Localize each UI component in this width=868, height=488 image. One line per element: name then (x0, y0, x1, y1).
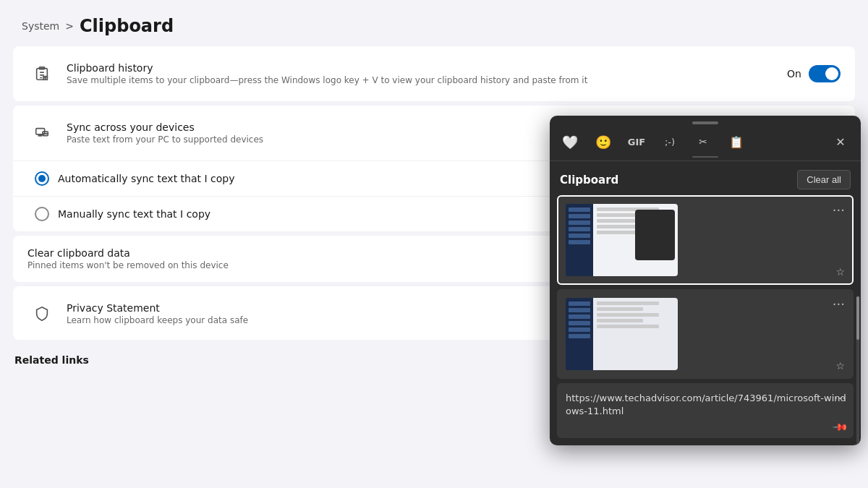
item-1-pin-icon[interactable]: ☆ (835, 266, 845, 278)
manual-sync-radio[interactable] (35, 207, 49, 221)
close-icon[interactable]: ✕ (830, 132, 851, 152)
privacy-icon (27, 299, 56, 328)
page-title: Clipboard (80, 16, 174, 36)
breadcrumb-system[interactable]: System (22, 20, 59, 32)
related-links-label: Related links (14, 354, 89, 366)
gif-icon[interactable]: GIF (626, 132, 647, 152)
clipboard-section-title: Clipboard (560, 174, 618, 187)
clipboard-item-2[interactable]: ··· ☆ (557, 289, 854, 379)
sync-icon (27, 119, 56, 147)
clipboard-history-panel: Clipboard history Save multiple items to… (13, 46, 855, 101)
clipboard-url-text: https://www.techadvisor.com/article/7439… (566, 392, 846, 418)
popup-icon-group: 🤍 🙂 GIF ;-) ✂️ 📋 (560, 132, 746, 152)
active-tab-indicator (692, 156, 718, 158)
auto-sync-label: Automatically sync text that I copy (58, 173, 234, 184)
kaomoji-icon[interactable]: ✂️ (693, 132, 713, 152)
item-1-menu-icon[interactable]: ··· (833, 204, 845, 217)
clipboard-item-1-top: ··· (566, 204, 845, 276)
scrollbar-thumb[interactable] (856, 296, 859, 340)
clipboard-history-title: Clipboard history (67, 62, 787, 74)
drag-bar (692, 121, 718, 124)
toggle-knob (825, 67, 838, 80)
popup-toolbar: 🤍 🙂 GIF ;-) ✂️ 📋 ✕ (550, 127, 861, 156)
auto-sync-radio[interactable] (35, 171, 49, 186)
clipboard-item-1[interactable]: ··· ☆ (557, 195, 854, 285)
clipboard-icon[interactable]: 📋 (726, 132, 746, 152)
emoji-icon[interactable]: 🙂 (593, 132, 613, 152)
clear-all-button[interactable]: Clear all (797, 170, 851, 189)
clipboard-history-row: Clipboard history Save multiple items to… (13, 46, 855, 101)
page-breadcrumb: System > Clipboard (0, 0, 868, 46)
scrollbar-track (856, 296, 859, 445)
breadcrumb-separator: > (65, 20, 74, 32)
clipboard-popup: 🤍 🙂 GIF ;-) ✂️ 📋 ✕ Clipboard Clear all (550, 116, 861, 445)
item-2-menu-icon[interactable]: ··· (833, 298, 845, 311)
clipboard-toggle-container: On (787, 65, 841, 82)
clipboard-items-list: ··· ☆ (550, 195, 861, 445)
heart-icon[interactable]: 🤍 (560, 132, 580, 152)
manual-sync-label: Manually sync text that I copy (58, 208, 210, 220)
url-item-pin-icon[interactable]: 📌 (832, 419, 848, 435)
toggle-on-label: On (787, 68, 801, 80)
clipboard-item-2-top: ··· (566, 298, 845, 370)
clipboard-history-toggle[interactable] (809, 65, 841, 82)
clipboard-item-3[interactable]: https://www.techadvisor.com/article/7439… (557, 383, 854, 438)
clipboard-history-icon (27, 59, 56, 88)
clipboard-history-description: Save multiple items to your clipboard—pr… (67, 75, 787, 85)
screenshot-thumb-1 (566, 204, 678, 276)
clipboard-history-text: Clipboard history Save multiple items to… (67, 62, 787, 85)
popup-drag-handle[interactable] (550, 116, 861, 127)
item-2-pin-icon[interactable]: ☆ (835, 360, 845, 372)
screenshot-thumb-2 (566, 298, 678, 370)
emoticon-icon[interactable]: ;-) (660, 132, 680, 152)
clipboard-section-header: Clipboard Clear all (550, 161, 861, 195)
url-item-menu-icon[interactable]: ··· (834, 390, 846, 406)
